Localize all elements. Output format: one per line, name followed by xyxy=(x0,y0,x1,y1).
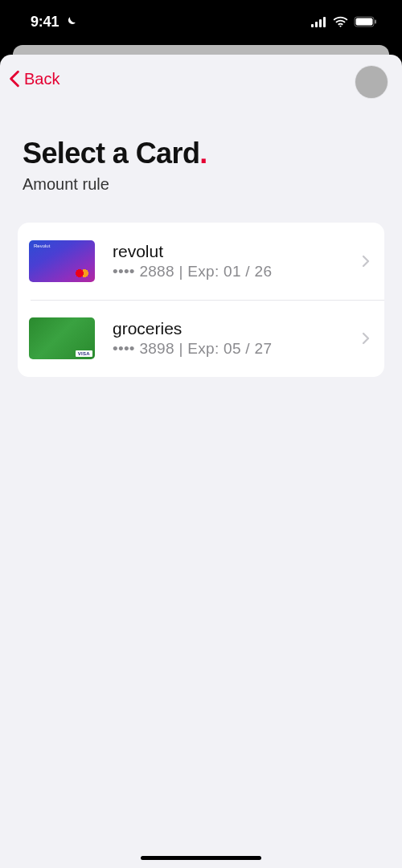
card-row-groceries[interactable]: groceries •••• 3898 | Exp: 05 / 27 xyxy=(18,300,384,377)
status-bar-left: 9:41 xyxy=(31,14,77,31)
home-indicator xyxy=(141,856,261,860)
chevron-right-icon xyxy=(362,255,370,268)
nav-bar: Back xyxy=(0,55,402,103)
chevron-right-icon xyxy=(362,332,370,345)
back-button[interactable]: Back xyxy=(0,70,59,88)
status-bar: 9:41 xyxy=(0,0,402,43)
card-info: revolut •••• 2888 | Exp: 01 / 26 xyxy=(113,242,362,280)
page-subtitle: Amount rule xyxy=(23,175,379,194)
cellular-icon xyxy=(311,17,327,27)
status-time: 9:41 xyxy=(31,14,59,31)
status-bar-right xyxy=(311,16,378,27)
card-row-revolut[interactable]: revolut •••• 2888 | Exp: 01 / 26 xyxy=(18,223,384,300)
svg-rect-5 xyxy=(356,18,373,26)
modal-sheet: Back Select a Card. Amount rule revolut … xyxy=(0,55,402,868)
battery-icon xyxy=(354,16,378,27)
card-meta: •••• 3898 | Exp: 05 / 27 xyxy=(113,340,362,358)
avatar[interactable] xyxy=(355,66,388,98)
chevron-left-icon xyxy=(8,70,21,88)
svg-rect-2 xyxy=(319,19,322,27)
back-label: Back xyxy=(24,70,59,88)
card-info: groceries •••• 3898 | Exp: 05 / 27 xyxy=(113,319,362,358)
title-dot: . xyxy=(199,137,207,170)
svg-rect-0 xyxy=(311,24,314,27)
page-header: Select a Card. Amount rule xyxy=(0,103,402,194)
svg-rect-6 xyxy=(375,20,376,24)
card-name: groceries xyxy=(113,319,362,338)
card-meta: •••• 2888 | Exp: 01 / 26 xyxy=(113,263,362,280)
card-list: revolut •••• 2888 | Exp: 01 / 26 groceri… xyxy=(18,223,384,377)
svg-rect-1 xyxy=(315,22,318,27)
svg-rect-3 xyxy=(323,17,326,27)
wifi-icon xyxy=(333,16,348,27)
card-thumbnail-revolut xyxy=(29,240,95,282)
page-title: Select a Card xyxy=(23,137,199,170)
card-name: revolut xyxy=(113,242,362,261)
card-thumbnail-groceries xyxy=(29,317,95,359)
moon-icon xyxy=(64,15,77,29)
